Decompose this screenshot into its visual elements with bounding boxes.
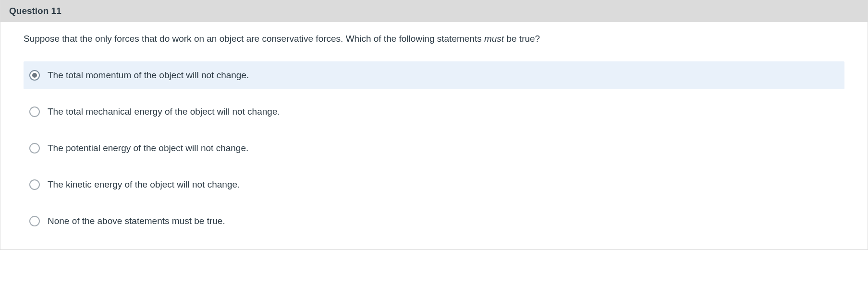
prompt-text-before: Suppose that the only forces that do wor… (24, 34, 484, 44)
question-body: Suppose that the only forces that do wor… (0, 22, 868, 249)
radio-icon (29, 143, 40, 153)
question-container: Question 11 Suppose that the only forces… (0, 0, 868, 250)
option-4[interactable]: None of the above statements must be tru… (24, 207, 844, 235)
option-label: The total mechanical energy of the objec… (48, 106, 280, 117)
prompt-text-em: must (484, 34, 504, 44)
option-label: None of the above statements must be tru… (48, 216, 225, 226)
options-group: The total momentum of the object will no… (24, 61, 844, 235)
radio-icon (29, 70, 40, 81)
question-number: Question 11 (9, 6, 61, 16)
option-2[interactable]: The potential energy of the object will … (24, 134, 844, 162)
radio-icon (29, 216, 40, 226)
option-label: The potential energy of the object will … (48, 143, 248, 153)
option-1[interactable]: The total mechanical energy of the objec… (24, 98, 844, 126)
option-3[interactable]: The kinetic energy of the object will no… (24, 171, 844, 199)
question-prompt: Suppose that the only forces that do wor… (24, 34, 844, 44)
prompt-text-after: be true? (504, 34, 540, 44)
question-header: Question 11 (0, 0, 868, 22)
radio-icon (29, 179, 40, 190)
option-label: The total momentum of the object will no… (48, 70, 249, 81)
option-0[interactable]: The total momentum of the object will no… (24, 61, 844, 89)
radio-dot-icon (32, 73, 37, 78)
option-label: The kinetic energy of the object will no… (48, 179, 240, 190)
radio-icon (29, 106, 40, 117)
